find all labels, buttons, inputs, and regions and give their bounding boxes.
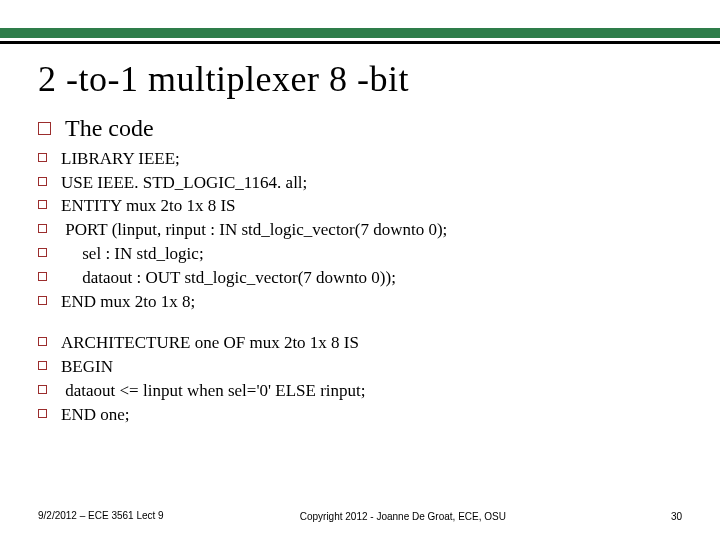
hollow-square-bullet-icon: [38, 385, 47, 394]
footer-copyright: Copyright 2012 - Joanne De Groat, ECE, O…: [164, 511, 642, 522]
code-text: BEGIN: [61, 355, 113, 379]
code-text: dataout : OUT std_logic_vector(7 downto …: [61, 266, 396, 290]
hollow-square-bullet-icon: [38, 122, 51, 135]
code-line: dataout <= linput when sel='0' ELSE rinp…: [38, 379, 682, 403]
code-text: END one;: [61, 403, 129, 427]
code-block-1: LIBRARY IEEE; USE IEEE. STD_LOGIC_1164. …: [38, 147, 682, 314]
code-line: LIBRARY IEEE;: [38, 147, 682, 171]
header-rule-group: [0, 0, 720, 44]
code-line: dataout : OUT std_logic_vector(7 downto …: [38, 266, 682, 290]
code-text: END mux 2to 1x 8;: [61, 290, 195, 314]
code-text: PORT (linput, rinput : IN std_logic_vect…: [61, 218, 447, 242]
section-heading-row: The code: [38, 114, 682, 147]
slide-footer: 9/2/2012 – ECE 3561 Lect 9 Copyright 201…: [38, 510, 682, 522]
code-line: USE IEEE. STD_LOGIC_1164. all;: [38, 171, 682, 195]
hollow-square-bullet-icon: [38, 177, 47, 186]
slide-number: 30: [642, 511, 682, 522]
footer-date: 9/2/2012 – ECE 3561 Lect 9: [38, 510, 164, 522]
code-line: ARCHITECTURE one OF mux 2to 1x 8 IS: [38, 331, 682, 355]
code-line: END one;: [38, 403, 682, 427]
hollow-square-bullet-icon: [38, 153, 47, 162]
code-text: LIBRARY IEEE;: [61, 147, 180, 171]
code-block-2: ARCHITECTURE one OF mux 2to 1x 8 IS BEGI…: [38, 331, 682, 426]
hollow-square-bullet-icon: [38, 296, 47, 305]
hollow-square-bullet-icon: [38, 361, 47, 370]
code-text: ENTITY mux 2to 1x 8 IS: [61, 194, 236, 218]
code-text: dataout <= linput when sel='0' ELSE rinp…: [61, 379, 366, 403]
code-line: ENTITY mux 2to 1x 8 IS: [38, 194, 682, 218]
code-line: sel : IN std_logic;: [38, 242, 682, 266]
section-heading: The code: [65, 114, 154, 143]
code-text: sel : IN std_logic;: [61, 242, 204, 266]
hollow-square-bullet-icon: [38, 337, 47, 346]
hollow-square-bullet-icon: [38, 248, 47, 257]
code-text: USE IEEE. STD_LOGIC_1164. all;: [61, 171, 307, 195]
code-line: BEGIN: [38, 355, 682, 379]
rule-green: [0, 28, 720, 38]
page-title: 2 -to-1 multiplexer 8 -bit: [38, 58, 682, 100]
slide-body: 2 -to-1 multiplexer 8 -bit The code LIBR…: [0, 44, 720, 427]
hollow-square-bullet-icon: [38, 272, 47, 281]
hollow-square-bullet-icon: [38, 409, 47, 418]
code-line: PORT (linput, rinput : IN std_logic_vect…: [38, 218, 682, 242]
hollow-square-bullet-icon: [38, 224, 47, 233]
hollow-square-bullet-icon: [38, 200, 47, 209]
code-text: ARCHITECTURE one OF mux 2to 1x 8 IS: [61, 331, 359, 355]
code-line: END mux 2to 1x 8;: [38, 290, 682, 314]
